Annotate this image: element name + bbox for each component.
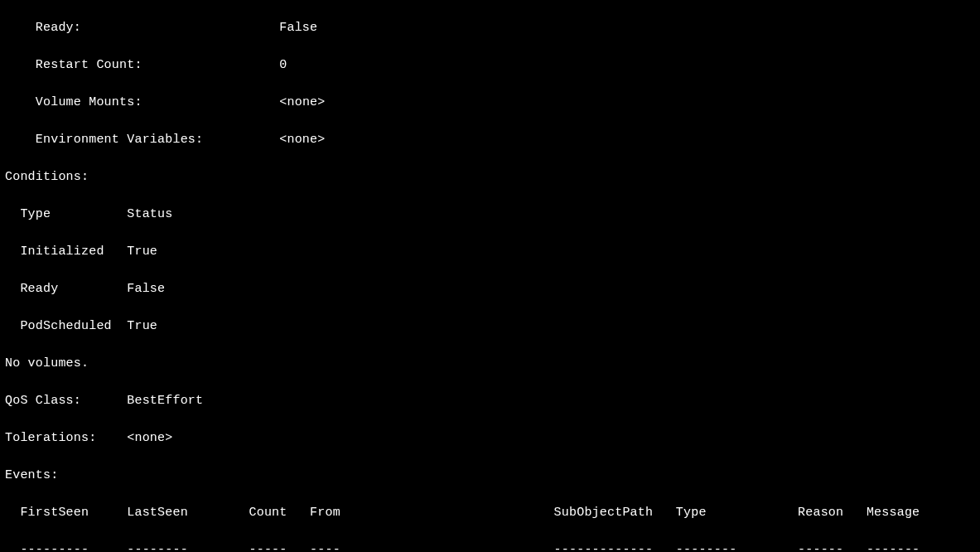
qos-label: QoS Class: bbox=[5, 394, 81, 408]
cond-ready-row: Ready False bbox=[5, 280, 975, 299]
cond-ps-row: PodScheduled True bbox=[5, 317, 975, 337]
container-ready-line: Ready: False bbox=[5, 19, 975, 38]
events-header: Events: bbox=[5, 467, 975, 486]
ev-d8: ------- bbox=[867, 543, 920, 553]
qos-value: BestEffort bbox=[127, 394, 203, 408]
cond-init-row: Initialized True bbox=[5, 243, 975, 262]
events-cols: FirstSeen LastSeen Count From SubObjectP… bbox=[5, 504, 975, 523]
qos-line: QoS Class: BestEffort bbox=[5, 392, 975, 411]
tol-value: <none> bbox=[127, 431, 172, 445]
ev-d6: -------- bbox=[676, 543, 737, 553]
cond-ready-v: False bbox=[127, 282, 165, 296]
container-env-label: Environment Variables: bbox=[5, 133, 203, 147]
container-restart-label: Restart Count: bbox=[5, 58, 142, 72]
conditions-header: Conditions: bbox=[5, 168, 975, 187]
ev-d2: -------- bbox=[127, 543, 188, 553]
ev-h-count: Count bbox=[249, 506, 287, 520]
ev-h-last: LastSeen bbox=[127, 506, 188, 520]
volumes-line: No volumes. bbox=[5, 355, 975, 374]
cond-ready-k: Ready bbox=[5, 282, 58, 296]
ev-d3: ----- bbox=[249, 543, 287, 553]
cond-ps-k: PodScheduled bbox=[5, 319, 112, 333]
container-vm-line: Volume Mounts: <none> bbox=[5, 94, 975, 113]
ev-d5: ------------- bbox=[554, 543, 654, 553]
ev-h-from: From bbox=[310, 506, 340, 520]
ev-h-type: Type bbox=[676, 506, 707, 520]
ev-h-sub: SubObjectPath bbox=[554, 506, 654, 520]
cond-init-k: Initialized bbox=[5, 245, 104, 259]
container-vm-value: <none> bbox=[279, 95, 325, 109]
cond-type-h: Type bbox=[5, 207, 51, 221]
tol-label: Tolerations: bbox=[5, 431, 96, 445]
events-dashes: --------- -------- ----- ---- ----------… bbox=[5, 541, 975, 553]
cond-init-v: True bbox=[127, 245, 157, 259]
terminal-output: Ready: False Restart Count: 0 Volume Mou… bbox=[0, 0, 980, 552]
ev-d4: ---- bbox=[310, 543, 340, 553]
container-restart-line: Restart Count: 0 bbox=[5, 56, 975, 75]
ev-h-first: FirstSeen bbox=[5, 506, 89, 520]
ev-d7: ------ bbox=[798, 543, 843, 553]
cond-status-h: Status bbox=[127, 207, 172, 221]
container-restart-value: 0 bbox=[279, 58, 287, 72]
container-ready-label: Ready: bbox=[5, 21, 81, 35]
tolerations-line: Tolerations: <none> bbox=[5, 429, 975, 448]
conditions-cols: Type Status bbox=[5, 206, 975, 225]
ev-d1: --------- bbox=[5, 543, 89, 553]
ev-h-reason: Reason bbox=[798, 506, 843, 520]
container-env-line: Environment Variables: <none> bbox=[5, 131, 975, 150]
container-ready-value: False bbox=[279, 21, 317, 35]
container-vm-label: Volume Mounts: bbox=[5, 95, 142, 109]
container-env-value: <none> bbox=[279, 133, 325, 147]
cond-ps-v: True bbox=[127, 319, 157, 333]
ev-h-msg: Message bbox=[867, 506, 920, 520]
